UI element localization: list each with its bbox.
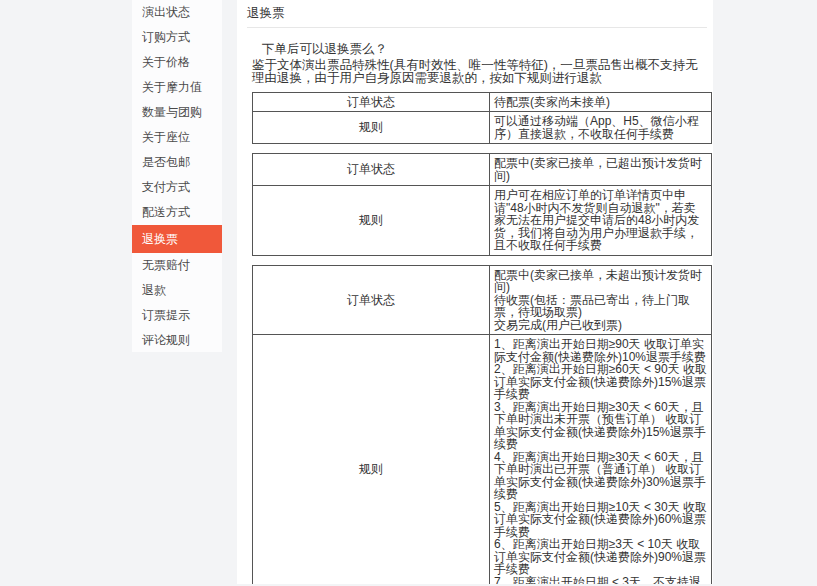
sidebar-item-about-price[interactable]: 关于价格 [132,50,222,75]
sidebar-item-show-status[interactable]: 演出状态 [132,0,222,25]
rule-label: 规则 [253,335,490,585]
table-row: 规则 可以通过移动端（App、H5、微信小程序）直接退款，不收取任何手续费 [253,112,712,144]
faq-intro: 鉴于文体演出票品特殊性(具有时效性、唯一性等特征)，一旦票品售出概不支持无理由退… [252,59,698,86]
sidebar-item-payment-method[interactable]: 支付方式 [132,175,222,200]
table-row: 订单状态 配票中(卖家已接单，已超出预计发货时间) [253,154,712,186]
table-row: 订单状态 配票中(卖家已接单，未超出预计发货时间) 待收票(包括：票品已寄出，待… [253,265,712,335]
order-status-label: 订单状态 [253,265,490,335]
help-content-panel: 退换票 下单后可以退换票么？ 鉴于文体演出票品特殊性(具有时效性、唯一性等特征)… [237,0,713,584]
sidebar-item-ticket-exchange-active[interactable]: 退换票 [132,225,222,253]
sidebar-item-refund[interactable]: 退款 [132,278,222,303]
help-sidebar: 演出状态 订购方式 关于价格 关于摩力值 数量与团购 关于座位 是否包邮 支付方… [132,0,222,352]
rule-value: 可以通过移动端（App、H5、微信小程序）直接退款，不收取任何手续费 [490,112,712,144]
sidebar-item-free-shipping[interactable]: 是否包邮 [132,150,222,175]
sidebar-item-order-method[interactable]: 订购方式 [132,25,222,50]
table-row: 订单状态 待配票(卖家尚未接单) [253,92,712,112]
sidebar-item-delivery-method[interactable]: 配送方式 [132,200,222,225]
order-status-value: 待配票(卖家尚未接单) [490,92,712,112]
refund-rule-table-3: 订单状态 配票中(卖家已接单，未超出预计发货时间) 待收票(包括：票品已寄出，待… [252,265,712,585]
refund-rule-table-2: 订单状态 配票中(卖家已接单，已超出预计发货时间) 规则 用户可在相应订单的订单… [252,153,712,256]
page-title: 退换票 [237,0,713,27]
rule-label: 规则 [253,186,490,256]
rule-value: 1、距离演出开始日期≥90天 收取订单实际支付金额(快递费除外)10%退票手续费… [490,335,712,585]
refund-rule-table-1: 订单状态 待配票(卖家尚未接单) 规则 可以通过移动端（App、H5、微信小程序… [252,92,712,145]
order-status-label: 订单状态 [253,92,490,112]
order-status-label: 订单状态 [253,154,490,186]
sidebar-item-comment-rules[interactable]: 评论规则 [132,328,222,353]
sidebar-item-booking-tips[interactable]: 订票提示 [132,303,222,328]
order-status-value: 配票中(卖家已接单，已超出预计发货时间) [490,154,712,186]
table-row: 规则 1、距离演出开始日期≥90天 收取订单实际支付金额(快递费除外)10%退票… [253,335,712,585]
sidebar-item-about-moli-points[interactable]: 关于摩力值 [132,75,222,100]
order-status-value: 配票中(卖家已接单，未超出预计发货时间) 待收票(包括：票品已寄出，待上门取票，… [490,265,712,335]
faq-question: 下单后可以退换票么？ [262,43,698,57]
rule-label: 规则 [253,112,490,144]
table-row: 规则 用户可在相应订单的订单详情页中申请"48小时内不发货则自动退款"，若卖家无… [253,186,712,256]
rule-value: 用户可在相应订单的订单详情页中申请"48小时内不发货则自动退款"，若卖家无法在用… [490,186,712,256]
sidebar-item-quantity-group-buy[interactable]: 数量与团购 [132,100,222,125]
sidebar-item-about-seats[interactable]: 关于座位 [132,125,222,150]
sidebar-item-no-ticket-compensation[interactable]: 无票赔付 [132,253,222,278]
faq-content: 下单后可以退换票么？ 鉴于文体演出票品特殊性(具有时效性、唯一性等特征)，一旦票… [237,28,713,584]
